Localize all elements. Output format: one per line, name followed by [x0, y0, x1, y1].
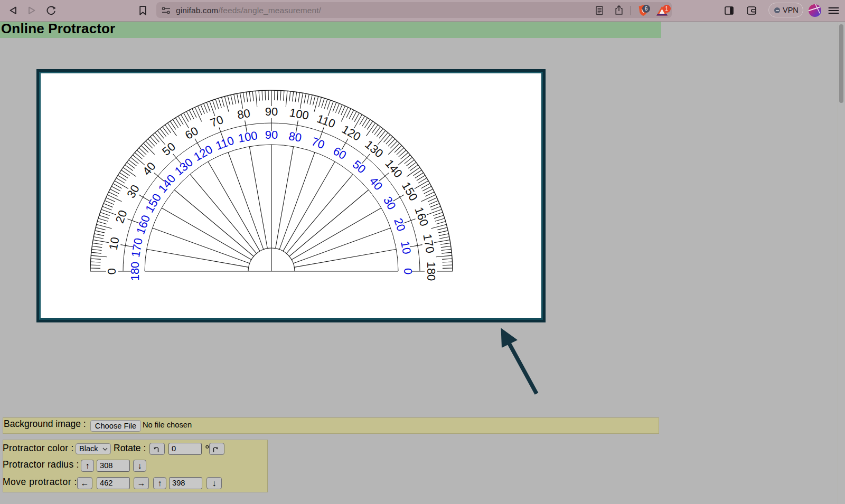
svg-text:110: 110 — [315, 112, 337, 130]
svg-text:70: 70 — [310, 135, 327, 151]
svg-text:90: 90 — [265, 105, 278, 118]
svg-text:80: 80 — [288, 129, 303, 145]
svg-text:120: 120 — [340, 122, 363, 144]
svg-text:50: 50 — [159, 140, 178, 158]
svg-text:100: 100 — [288, 106, 310, 122]
svg-text:180: 180 — [128, 262, 142, 281]
svg-text:90: 90 — [265, 128, 278, 141]
svg-text:10: 10 — [398, 240, 414, 255]
svg-text:0: 0 — [401, 268, 415, 274]
svg-text:160: 160 — [412, 205, 431, 228]
svg-text:20: 20 — [391, 216, 408, 233]
svg-text:30: 30 — [124, 183, 142, 201]
svg-text:60: 60 — [183, 124, 201, 142]
svg-text:180: 180 — [425, 262, 438, 281]
svg-text:130: 130 — [172, 156, 195, 178]
svg-text:100: 100 — [237, 129, 259, 145]
svg-text:110: 110 — [214, 134, 236, 152]
svg-text:10: 10 — [107, 236, 122, 251]
svg-text:40: 40 — [140, 159, 158, 178]
svg-text:60: 60 — [331, 144, 349, 162]
svg-text:0: 0 — [105, 268, 118, 274]
svg-text:120: 120 — [192, 142, 215, 164]
svg-text:40: 40 — [367, 174, 386, 193]
svg-text:150: 150 — [399, 180, 420, 203]
svg-text:80: 80 — [236, 107, 251, 122]
svg-text:50: 50 — [350, 158, 369, 176]
svg-text:160: 160 — [134, 213, 153, 236]
svg-text:70: 70 — [209, 113, 226, 130]
svg-text:30: 30 — [381, 194, 399, 212]
svg-text:150: 150 — [143, 192, 164, 215]
svg-text:170: 170 — [129, 237, 145, 259]
svg-text:140: 140 — [156, 172, 179, 195]
svg-text:170: 170 — [420, 233, 437, 254]
svg-text:20: 20 — [113, 208, 130, 225]
